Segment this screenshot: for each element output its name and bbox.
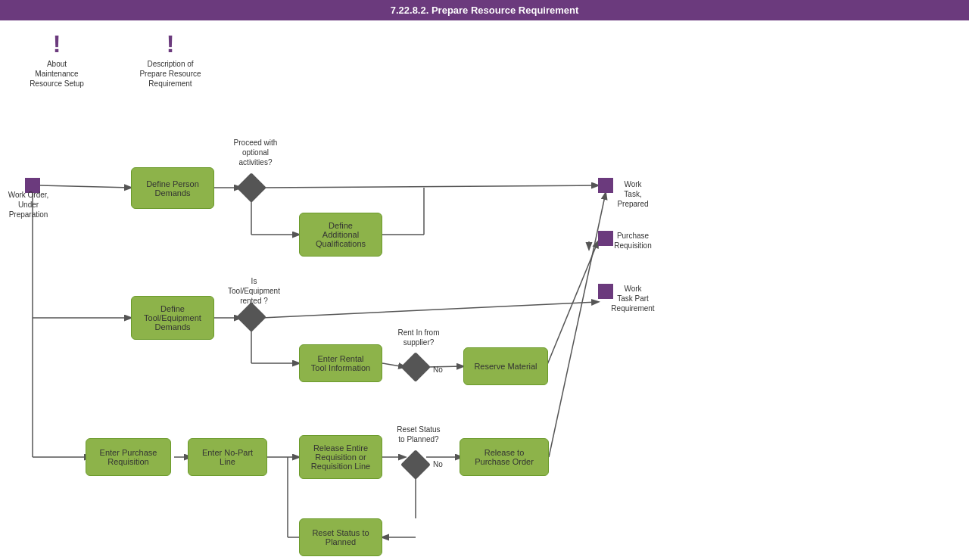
release-entire-requisition[interactable]: Release EntireRequisition orRequisition … [299,435,382,479]
svg-line-2 [262,185,598,188]
define-person-demands[interactable]: Define PersonDemands [131,167,214,209]
work-order-label: Work Order,UnderPreparation [4,190,53,219]
define-tool-equipment-demands[interactable]: DefineTool/EquipmentDemands [131,296,214,340]
title-bar: 7.22.8.2. Prepare Resource Requirement [0,0,969,20]
work-task-prepared-label: WorkTask,Prepared [603,179,663,209]
gateway-tool-rented [236,302,266,332]
gateway-reset-status-label: Reset Statusto Planned? [385,425,453,444]
icon-description-label: Description ofPrepare ResourceRequiremen… [139,59,201,89]
no-label-1: No [433,365,443,375]
icon-description[interactable]: ! Description ofPrepare ResourceRequirem… [136,32,204,89]
no-label-2: No [433,459,443,469]
arrows-layer [0,20,969,560]
gateway-proceed-optional [236,173,266,203]
enter-purchase-requisition[interactable]: Enter PurchaseRequisition [86,438,171,476]
release-to-purchase-order[interactable]: Release toPurchase Order [460,438,549,476]
define-additional-qualifications[interactable]: DefineAdditionalQualifications [299,213,382,257]
icon-maintenance-label: AboutMaintenanceResource Setup [30,59,84,89]
page-title: 7.22.8.2. Prepare Resource Requirement [391,5,579,16]
icon-maintenance[interactable]: ! AboutMaintenanceResource Setup [23,32,91,89]
reserve-material[interactable]: Reserve Material [463,347,548,385]
svg-line-14 [426,366,463,367]
enter-rental-tool-information[interactable]: Enter RentalTool Information [299,344,382,382]
exclamation-icon-2: ! [167,32,175,56]
exclamation-icon-1: ! [53,32,61,56]
gateway-tool-rented-label: IsTool/Equipmentrented ? [218,276,290,306]
enter-no-part-line[interactable]: Enter No-PartLine [188,438,267,476]
gateway-proceed-optional-label: Proceed withoptionalactivities? [220,138,291,167]
work-task-part-requirement-label: WorkTask PartRequirement [603,284,663,313]
gateway-reset-status [400,450,431,480]
svg-line-10 [262,302,598,318]
gateway-rent-in-label: Rent In fromsupplier? [385,328,453,347]
gateway-rent-in [400,352,431,382]
reset-status-to-planned[interactable]: Reset Status toPlanned [299,518,382,556]
icon-section: ! AboutMaintenanceResource Setup ! Descr… [23,32,204,89]
purchase-requisition-label: PurchaseRequisition [603,231,663,250]
diagram-area: ! AboutMaintenanceResource Setup ! Descr… [0,20,969,560]
svg-line-0 [40,185,131,188]
svg-line-15 [547,241,598,366]
svg-line-22 [549,193,606,457]
